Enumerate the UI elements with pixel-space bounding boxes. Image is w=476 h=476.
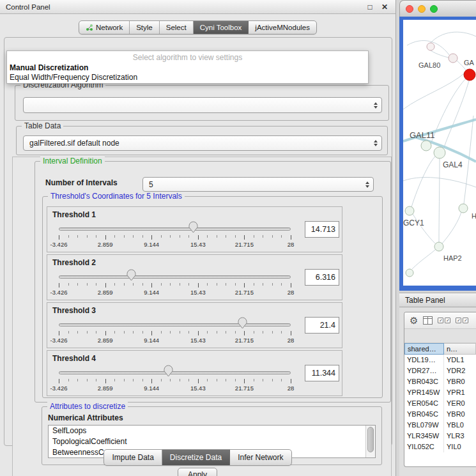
table-row[interactable]: YBR045CYBR0 [404, 409, 476, 420]
table-cell[interactable]: YBL0 [444, 420, 476, 431]
network-edge[interactable] [411, 157, 435, 207]
slider-thumb[interactable] [238, 317, 247, 329]
table-cell[interactable]: YBR043C [404, 376, 444, 387]
table-row[interactable]: YDL19…YDL1 [404, 355, 476, 365]
network-node[interactable] [449, 54, 457, 63]
unselect-all-icon[interactable]: ✓ ✓ [456, 318, 468, 323]
algorithm-option[interactable]: Equal Width/Frequency Discretization [7, 73, 368, 82]
tab-discretize-data[interactable]: Discretize Data [162, 450, 230, 465]
tab-select[interactable]: Select [160, 21, 194, 34]
minimize-traffic-light-icon[interactable] [418, 5, 426, 13]
table-cell[interactable]: YIL0 [444, 441, 476, 452]
scale-label: 2.859 [98, 289, 113, 296]
tab-style[interactable]: Style [130, 21, 160, 34]
network-edge[interactable] [439, 158, 440, 242]
tab-cyni-toolbox[interactable]: Cyni Toolbox [194, 21, 249, 34]
slider-thumb[interactable] [188, 221, 198, 233]
column-header-shared-name[interactable]: shared… [404, 343, 444, 355]
scale-label: 21.715 [235, 385, 254, 392]
slider-rail [59, 269, 291, 283]
scale-tick [272, 331, 273, 334]
table-row[interactable]: YBL079WYBL0 [404, 420, 476, 431]
table-row[interactable]: YER054CYER0 [404, 398, 476, 409]
threshold-slider[interactable]: -3.4262.8599.14415.4321.71528 [50, 364, 300, 394]
algorithm-combobox[interactable] [23, 97, 382, 113]
attribute-list-item[interactable]: TopologicalCoefficient [49, 436, 375, 447]
threshold-value-field[interactable]: 14.713 [305, 221, 339, 238]
network-edge[interactable] [431, 77, 467, 142]
threshold-value-field[interactable]: 21.4 [305, 317, 339, 334]
table-cell[interactable]: YPR145W [404, 387, 444, 398]
network-node[interactable] [459, 204, 468, 213]
network-node[interactable] [427, 43, 434, 50]
threshold-slider[interactable]: -3.4262.8599.14415.4321.71528 [50, 220, 300, 250]
table-cell[interactable]: YDR27… [404, 365, 444, 376]
slider-thumb[interactable] [127, 269, 136, 281]
zoom-traffic-light-icon[interactable] [430, 5, 438, 13]
table-row[interactable]: YIL052CYIL0 [404, 441, 476, 452]
network-node[interactable] [434, 242, 443, 251]
network-node[interactable] [464, 69, 475, 81]
table-cell[interactable]: YIL052C [404, 441, 444, 452]
threshold-value-field[interactable]: 11.344 [305, 365, 339, 381]
slider-thumb[interactable] [164, 365, 173, 377]
scrollbar-thumb[interactable] [367, 427, 374, 452]
scale-tick [217, 283, 217, 286]
network-edge[interactable] [412, 249, 436, 269]
scale-tick [281, 283, 282, 286]
table-row[interactable]: YBR043CYBR0 [404, 376, 476, 387]
network-node[interactable] [405, 206, 414, 215]
tab-network[interactable]: Network [79, 21, 130, 34]
table-cell[interactable]: YBL079W [404, 420, 444, 431]
network-edge[interactable] [431, 32, 476, 43]
table-cell[interactable]: YLR345W [404, 431, 444, 441]
float-window-icon[interactable]: □ [365, 3, 375, 12]
table-cell[interactable]: YER0 [444, 398, 476, 409]
table-row[interactable]: YDR27…YDR2 [404, 365, 476, 376]
apply-button[interactable]: Apply [178, 468, 217, 476]
number-of-intervals-combobox[interactable]: 5 [142, 177, 374, 192]
table-cell[interactable]: YDL19… [404, 355, 444, 365]
scale-tick [188, 235, 189, 238]
window-title: Control Panel [6, 3, 50, 11]
table-cell[interactable]: YDR2 [444, 365, 476, 376]
select-all-icon[interactable]: ✓ ✓ [438, 318, 450, 323]
table-cell[interactable]: YDL1 [444, 355, 476, 365]
table-data-combobox[interactable]: galFiltered.sif default node [23, 135, 382, 151]
threshold-value-field[interactable]: 6.316 [305, 269, 339, 286]
table-cell[interactable]: YPR1 [444, 387, 476, 398]
attribute-list-item[interactable]: SelfLoops [49, 426, 375, 436]
tab-jactivemnodules[interactable]: jActiveMNodules [249, 21, 316, 34]
network-node[interactable] [406, 269, 413, 277]
slider-scale [59, 331, 291, 336]
column-header-name[interactable]: n… [444, 343, 476, 355]
slider-scale-labels: -3.4262.8599.14415.4321.71528 [59, 289, 291, 296]
close-icon[interactable]: ✕ [380, 3, 390, 12]
network-node[interactable] [421, 141, 431, 151]
table-cell[interactable]: YBR045C [404, 409, 444, 420]
gear-icon[interactable]: ⚙ [410, 316, 418, 325]
number-of-intervals-value: 5 [149, 180, 153, 189]
tab-infer-network[interactable]: Infer Network [230, 450, 291, 465]
threshold-slider[interactable]: -3.4262.8599.14415.4321.71528 [50, 316, 300, 346]
table-cell[interactable]: YER054C [404, 398, 444, 409]
table-cell[interactable]: YBR0 [444, 409, 476, 420]
threshold-slider[interactable]: -3.4262.8599.14415.4321.71528 [50, 268, 300, 298]
table-cell[interactable]: YLR3 [444, 431, 476, 441]
network-window-titlebar[interactable] [399, 0, 476, 17]
table-data-value: galFiltered.sif default node [29, 139, 119, 148]
scale-tick [77, 283, 78, 286]
tab-impute-data[interactable]: Impute Data [104, 450, 162, 465]
network-node[interactable] [434, 147, 445, 158]
network-canvas[interactable]: GAL80GAGAL11GAL4GCY1HAP2H [403, 20, 476, 286]
network-edge[interactable] [431, 50, 449, 58]
table-row[interactable]: YLR345WYLR3 [404, 431, 476, 441]
close-traffic-light-icon[interactable] [406, 5, 413, 13]
table-cell[interactable]: YBR0 [444, 376, 476, 387]
algorithm-option[interactable]: Manual Discretization [7, 63, 368, 73]
network-edge[interactable] [442, 212, 461, 243]
scale-tick [263, 283, 263, 286]
scale-label: 9.144 [144, 337, 159, 344]
table-row[interactable]: YPR145WYPR1 [404, 387, 476, 398]
columns-icon[interactable] [423, 316, 433, 325]
